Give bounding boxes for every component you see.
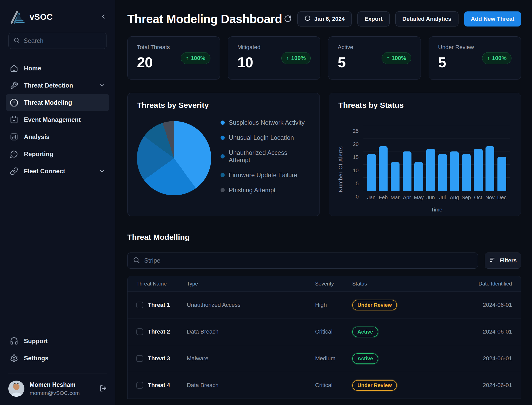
cell-severity: High (315, 302, 352, 308)
cell-severity: Critical (315, 382, 352, 389)
row-checkbox[interactable] (136, 382, 143, 389)
legend-label: Unusual Login Location (229, 134, 294, 141)
trend-up-icon: ↑ (286, 55, 289, 62)
search-icon (13, 37, 20, 45)
date-button[interactable]: Jan 6, 2024 (297, 11, 352, 26)
legend-label: Phishing Attempt (229, 187, 276, 194)
stat-delta-value: 100% (191, 55, 205, 62)
bar-may (414, 162, 423, 191)
column-header-type: Type (187, 281, 315, 287)
pie-chart-area: Suspicious Network ActivityUnusual Login… (137, 117, 310, 195)
bar-jan (367, 154, 376, 191)
stat-delta-badge: ↑100% (382, 52, 411, 64)
stat-delta-value: 100% (492, 55, 507, 62)
y-tick-label: 10 (353, 167, 358, 173)
table-row-threat-2[interactable]: Threat 2Data BreachCriticalActive2024-06… (128, 318, 521, 345)
sidebar-search[interactable] (8, 33, 107, 49)
x-tick-label: Sep (461, 195, 472, 201)
y-tick-label: 5 (356, 181, 358, 187)
cell-threat-name: Threat 1 (148, 302, 187, 308)
sidebar-item-settings[interactable]: Settings (6, 350, 109, 367)
bar-nov (486, 146, 494, 191)
y-tick-label: 15 (353, 154, 358, 160)
bar-chart-title: Threats by Status (338, 101, 512, 110)
chevron-down-icon (99, 168, 105, 174)
stat-delta-badge: ↑100% (281, 52, 311, 64)
bar-slot-jun (425, 149, 436, 191)
sidebar-item-fleet-connect[interactable]: Fleet Connect (6, 163, 109, 180)
refresh-icon (284, 15, 292, 23)
filters-button[interactable]: Filters (485, 253, 521, 269)
bar-month-labels: JanFebMarAprMayJunJulAugSepOctNovDec (363, 195, 510, 201)
table-search-input[interactable] (144, 257, 473, 264)
x-tick-label: Feb (378, 195, 389, 201)
table-search[interactable] (127, 253, 478, 269)
column-header-status: Status (352, 281, 465, 287)
refresh-button[interactable] (284, 15, 292, 23)
row-checkbox[interactable] (136, 328, 143, 335)
stat-delta-badge: ↑100% (181, 52, 210, 64)
stat-card-total-threats: Total Threats20↑100% (127, 36, 220, 80)
cell-date-identified: 2024-06-01 (465, 355, 512, 362)
search-icon (133, 256, 140, 265)
sidebar-item-event-management[interactable]: Event Management (6, 111, 109, 128)
chevron-down-icon (99, 82, 105, 89)
y-tick-label: 20 (353, 141, 358, 147)
cell-status: Under Review (352, 300, 465, 310)
chart-square-icon (10, 133, 18, 141)
table-row-threat-3[interactable]: Threat 3MalwareMediumActive2024-06-01 (128, 345, 521, 372)
sidebar-collapse-button[interactable] (100, 13, 107, 21)
filters-button-label: Filters (500, 257, 517, 264)
sidebar-item-threat-modeling[interactable]: Threat Modeling (6, 94, 109, 111)
cell-status: Under Review (352, 380, 465, 391)
legend-label: Firmware Update Failure (229, 171, 297, 179)
logout-button[interactable] (99, 385, 107, 393)
x-tick-label: Jun (425, 195, 436, 201)
y-tick-label: 0 (356, 194, 358, 200)
x-tick-label: May (413, 195, 424, 201)
x-tick-label: Oct (473, 195, 484, 201)
logout-icon (99, 385, 107, 393)
legend-label: Suspicious Network Activity (229, 119, 305, 126)
user-row: Momen Hesham momen@vSOC.com (8, 381, 107, 397)
add-new-threat-label: Add New Threat (471, 16, 514, 22)
avatar (8, 381, 24, 397)
status-badge: Under Review (352, 380, 397, 391)
pie-chart-card: Threats by Severity Suspicious Network A… (127, 93, 320, 216)
legend-dot (221, 188, 225, 192)
add-new-threat-button[interactable]: Add New Threat (464, 11, 521, 26)
trend-up-icon: ↑ (186, 55, 189, 62)
bar-slot-sep (461, 154, 472, 191)
stat-card-mitigated: Mitigated10↑100% (228, 36, 321, 80)
headphones-icon (10, 337, 18, 345)
row-checkbox[interactable] (136, 302, 143, 308)
stats-row: Total Threats20↑100%Mitigated10↑100%Acti… (127, 36, 521, 80)
bar-slot-jan (366, 154, 377, 191)
export-button[interactable]: Export (357, 11, 390, 26)
sidebar-item-support[interactable]: Support (6, 333, 109, 350)
detailed-analytics-button[interactable]: Detailed Analytics (395, 11, 458, 26)
column-header-date-identified: Date Identified (465, 281, 512, 287)
sidebar-item-threat-detection[interactable]: Threat Detection (6, 77, 109, 94)
x-tick-label: Mar (390, 195, 401, 201)
table-filter-row: Filters (127, 253, 521, 269)
cell-threat-name: Threat 4 (148, 382, 187, 389)
cell-type: Data Breach (187, 382, 315, 389)
sidebar-item-analysis[interactable]: Analysis (6, 128, 109, 145)
cell-date-identified: 2024-06-01 (465, 302, 512, 308)
sidebar-item-home[interactable]: Home (6, 60, 109, 77)
detailed-analytics-label: Detailed Analytics (402, 16, 451, 22)
y-tick-label: 25 (353, 128, 358, 134)
sidebar-search-input[interactable] (24, 37, 104, 44)
app-root: vSOC HomeThreat DetectionThreat Modeling… (0, 0, 532, 405)
row-checkbox[interactable] (136, 355, 143, 362)
table-row-threat-1[interactable]: Threat 1Unauthorized AccessHighUnder Rev… (128, 292, 521, 318)
table-row-threat-4[interactable]: Threat 4Data BreachCriticalUnder Review2… (128, 372, 521, 399)
column-header-threat-name: Threat Name (136, 281, 187, 287)
main-content: Threat Modeling Dashboard Jan 6, 2024 Ex… (115, 0, 532, 405)
legend-dot (221, 154, 225, 158)
cell-status: Active (352, 327, 465, 337)
sidebar-item-reporting[interactable]: Reporting (6, 145, 109, 163)
message-alert-icon (10, 150, 18, 158)
bar-oct (474, 149, 483, 191)
